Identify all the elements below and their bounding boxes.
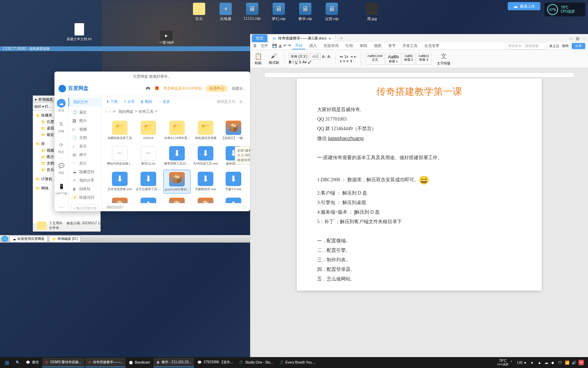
sidebar-share[interactable]: 我的分享 [68, 176, 102, 185]
tb-studio[interactable]: 🎵Studio One - Stu... [236, 358, 276, 367]
nav-back[interactable]: ‹ [106, 109, 108, 114]
desktop-icon-music[interactable]: 音乐 [191, 3, 208, 21]
number-list-button[interactable]: 1≡ [344, 55, 348, 59]
sidebar-videos[interactable]: 视频 [68, 125, 102, 134]
sidebar-torrent[interactable]: 种子 [68, 151, 102, 159]
file-item[interactable]: 文本查找替换.exe [106, 170, 133, 194]
tray-icon[interactable]: ● [531, 360, 536, 365]
share-button[interactable]: 分享 [572, 43, 585, 49]
expand-icon[interactable]: ⛶ [243, 205, 246, 209]
nav-forward[interactable]: › [110, 109, 111, 114]
desktop-icon-pc[interactable]: 🖥此电脑 [217, 3, 234, 21]
file-item[interactable] [135, 196, 161, 203]
close-tab-icon[interactable]: × [329, 36, 331, 41]
wps-add-tab[interactable]: + [336, 34, 347, 42]
indent-button[interactable]: ⇥ [350, 55, 353, 59]
bold-button[interactable]: B [289, 60, 291, 64]
tray-volume[interactable]: 🔊 [572, 360, 576, 365]
nav-transfer[interactable]: ⇅传输 [57, 120, 66, 134]
window-grid-icon[interactable]: ▦ [576, 36, 579, 41]
tray-expand[interactable]: ˄ [510, 360, 515, 365]
ribbon-review[interactable]: 审阅 [357, 43, 370, 49]
ribbon-search[interactable]: 查找命令、搜索模板 [506, 43, 546, 49]
window-min-icon[interactable]: ─ [582, 36, 585, 41]
qat-undo[interactable]: ↶ [283, 44, 287, 48]
desktop-icon-rdp2[interactable]: 梦幻.rdp [270, 3, 287, 21]
paste-group[interactable]: 📋粘贴 [253, 52, 263, 65]
nav-album[interactable]: ⋯一刻相册 [55, 203, 67, 211]
remote-tb-baidu[interactable]: ☁欢迎使用百度网盘 [10, 235, 48, 242]
file-item[interactable]: 无极4.0.exe [220, 170, 246, 194]
breadcrumb-folder[interactable]: 传奇工具 [138, 109, 153, 114]
search-input[interactable]: 搜网盘文件、全... [217, 99, 246, 104]
line-spacing-button[interactable]: ⇕ [350, 59, 353, 63]
gamepad-icon[interactable]: 🎮 [146, 86, 150, 91]
more-button[interactable]: ⋯更多 [158, 99, 170, 104]
qat-save[interactable]: 💾 [272, 44, 277, 48]
file-item[interactable]: 全方位爆率工具.... [135, 170, 161, 194]
tb-wechat[interactable]: 💬微信 [23, 358, 42, 367]
sidebar-music[interactable]: 音乐 [68, 142, 102, 151]
horizontal-ruler[interactable] [264, 72, 574, 78]
collab-button[interactable]: 协作 [562, 44, 569, 48]
style-h1[interactable]: AaBb标题 1 [386, 53, 401, 65]
tray-icon[interactable]: 🛡 [558, 360, 563, 365]
nav-messages[interactable]: 💬消息 [57, 161, 66, 175]
remote-tb-explorer[interactable]: 📁本地磁盘 (D:) [49, 235, 81, 242]
sidebar-recent[interactable]: 最近 [68, 108, 102, 117]
tray-icon[interactable]: ● [524, 360, 529, 365]
file-item[interactable]: 【游戏宝】一键... [220, 119, 246, 142]
delete-button[interactable]: 🗑删除 [140, 99, 152, 104]
tray-icon[interactable]: ☁ [544, 360, 549, 365]
style-normal[interactable]: AaBbCcDd正文 [365, 53, 385, 65]
breadcrumb-root[interactable]: 我的网盘 [118, 109, 133, 114]
vip-privilege-link[interactable]: 尊贵网盘延长SVIP特权 [163, 86, 202, 91]
tb-search[interactable]: 🔍 [13, 358, 22, 367]
tb-player[interactable]: 🎵Every Breath You ... [277, 358, 318, 367]
ribbon-view[interactable]: 视图 [371, 43, 384, 49]
sidebar-other[interactable]: 其它 [68, 159, 102, 168]
ribbon-insert[interactable]: 插入 [307, 43, 320, 49]
cloud-status[interactable]: 未上云 [549, 44, 559, 48]
file-item[interactable] [220, 196, 246, 203]
create-enterprise-button[interactable]: 创建企... [232, 86, 246, 91]
file-item[interactable]: 网站代码及连接.t... [106, 144, 133, 168]
bullet-list-button[interactable]: •≡ [340, 55, 343, 59]
file-item[interactable]: RAR压缩工具.exe [193, 144, 218, 168]
tray-lang[interactable]: US [517, 360, 522, 365]
desktop-icon-jpg[interactable]: 黑.jpg [363, 3, 380, 21]
cpu-gadget[interactable]: 78°CCPU温度 [497, 359, 508, 366]
desktop-mp4-file[interactable]: ▶ 一首.mp4 [159, 31, 174, 45]
tray-icon[interactable]: ◆ [551, 360, 556, 365]
italic-button[interactable]: I [293, 60, 294, 64]
wps-menu-icon[interactable]: ☰ [253, 44, 257, 48]
sidebar-trash[interactable]: 回收站 [68, 185, 102, 193]
font-color-button[interactable]: A▾ [303, 60, 307, 64]
qat-redo[interactable]: ↷ [288, 44, 291, 48]
cpu-monitor-widget[interactable]: 47% 78°CCPU温度 [544, 3, 585, 16]
outdent-button[interactable]: ⇤ [354, 55, 357, 59]
file-item[interactable] [106, 196, 133, 203]
nav-home[interactable]: ☁首页 [57, 99, 66, 113]
sidebar-drop-hint[interactable]: + 拖入常用文件夹 [71, 204, 99, 211]
tray-ime[interactable]: 中 [578, 360, 584, 365]
remote-start[interactable] [1, 236, 8, 242]
file-item[interactable]: 教学(1).txt [135, 144, 161, 168]
download-button[interactable]: ⬇下载 [106, 99, 118, 104]
start-button[interactable]: ⊞ [1, 358, 12, 367]
file-item[interactable]: 地图转换查看工具 [106, 119, 133, 142]
sidebar-my-files[interactable]: 我的文件 [68, 97, 102, 107]
desktop-icon-rdp1[interactable]: 11111.rdp [244, 3, 261, 21]
align-right-button[interactable]: ≡ [346, 59, 348, 63]
ribbon-layout[interactable]: 页面布局 [321, 43, 341, 49]
format-painter[interactable]: 🖌格式刷 [267, 52, 280, 65]
nav-refresh[interactable]: ⟳ [113, 109, 116, 114]
share-button[interactable]: ↗分享 [123, 99, 135, 104]
file-item[interactable]: gom1108引擎包... [163, 170, 191, 194]
ribbon-references[interactable]: 引用 [343, 43, 356, 49]
desktop-icon-rdp4[interactable]: 运营.rdp [323, 3, 340, 21]
qat-print[interactable]: 🖨 [278, 44, 282, 48]
nav-app[interactable]: 📱APP下载 [55, 182, 67, 196]
style-h2[interactable]: AaBb(标题 2 [402, 53, 415, 65]
file-item[interactable]: 传奇10-18周年客... [163, 119, 191, 142]
